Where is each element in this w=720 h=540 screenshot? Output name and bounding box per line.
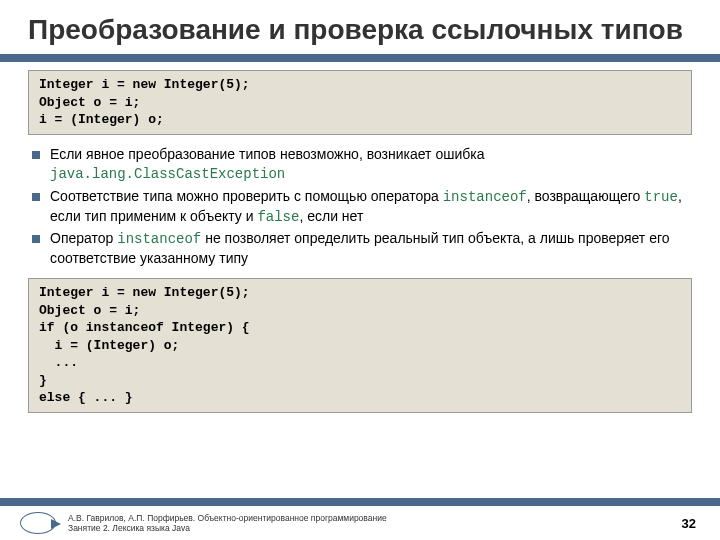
bullet-list: Если явное преобразование типов невозмож… [28, 145, 692, 268]
logo-icon [20, 512, 56, 534]
code-keyword: false [257, 209, 299, 225]
bullet-text: Соответствие типа можно проверить с помо… [50, 188, 443, 204]
footer-bar [0, 498, 720, 506]
page-number: 32 [682, 516, 696, 531]
footer-line: Занятие 2. Лексика языка Java [68, 523, 682, 533]
code-keyword: java.lang.ClassCastException [50, 166, 285, 182]
bullet-text: Оператор [50, 230, 117, 246]
code-keyword: instanceof [443, 189, 527, 205]
bullet-item: Оператор instanceof не позволяет определ… [32, 229, 688, 268]
slide-content: Integer i = new Integer(5); Object o = i… [0, 70, 720, 413]
bullet-text: Если явное преобразование типов невозмож… [50, 146, 484, 162]
bullet-item: Соответствие типа можно проверить с помо… [32, 187, 688, 227]
code-block-1: Integer i = new Integer(5); Object o = i… [28, 70, 692, 135]
footer-line: А.В. Гаврилов, А.П. Порфирьев. Объектно-… [68, 513, 682, 523]
bullet-item: Если явное преобразование типов невозмож… [32, 145, 688, 184]
footer-text: А.В. Гаврилов, А.П. Порфирьев. Объектно-… [68, 513, 682, 533]
title-underline [0, 54, 720, 62]
bullet-text: , возвращающего [527, 188, 645, 204]
code-keyword: true [644, 189, 678, 205]
slide: Преобразование и проверка ссылочных типо… [0, 0, 720, 540]
slide-title: Преобразование и проверка ссылочных типо… [0, 0, 720, 54]
code-block-2: Integer i = new Integer(5); Object o = i… [28, 278, 692, 413]
bullet-text: , если нет [299, 208, 363, 224]
code-keyword: instanceof [117, 231, 201, 247]
footer: А.В. Гаврилов, А.П. Порфирьев. Объектно-… [0, 506, 720, 540]
